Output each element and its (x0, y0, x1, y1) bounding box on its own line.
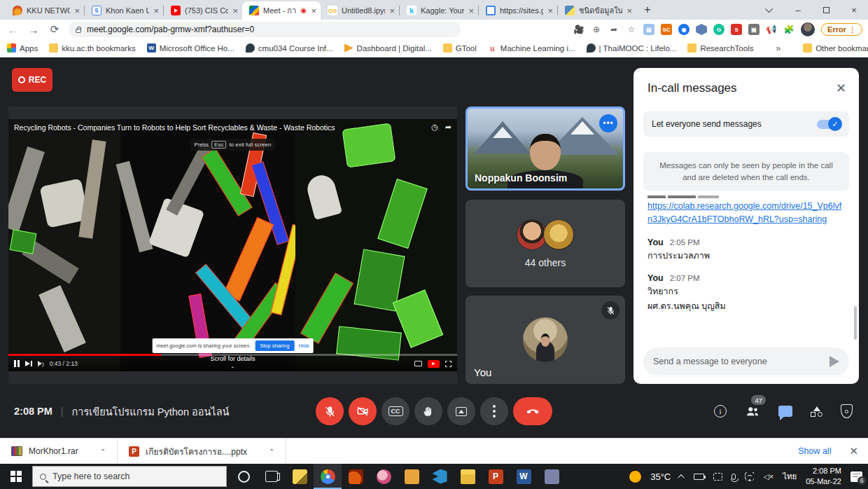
tab-close-icon[interactable]: × (311, 6, 316, 15)
tablet-mode-icon[interactable] (713, 473, 722, 481)
browser-menu-icon[interactable]: ⋮ (849, 26, 856, 34)
miniplayer-icon[interactable] (414, 361, 422, 366)
bookmark-researchtools[interactable]: ResearchTools (687, 43, 753, 53)
zoom-icon[interactable]: ⊕ (591, 24, 602, 35)
send-icon[interactable] (830, 356, 839, 367)
teams-taskbar-icon[interactable] (538, 464, 566, 489)
tab-sites[interactable]: https://sites.goo × (479, 1, 557, 20)
hide-notification-button[interactable]: Hide (298, 343, 309, 349)
tile-options-icon[interactable]: ••• (599, 114, 617, 132)
bookmark-star-icon[interactable]: ☆ (626, 24, 637, 35)
host-controls-icon[interactable] (841, 404, 853, 418)
reload-icon[interactable]: ⟳ (48, 23, 62, 36)
end-call-button[interactable] (513, 397, 552, 425)
file-explorer-icon[interactable] (454, 464, 482, 489)
watch-later-icon[interactable]: ◷ (431, 123, 438, 132)
bookmark-apps[interactable]: Apps (7, 43, 38, 53)
powerpoint-taskbar-icon[interactable]: P (482, 464, 510, 489)
pause-icon[interactable] (14, 360, 20, 367)
download-item-pptx[interactable]: P เกียรติบัตรโครงการอ....pptx ⌃ (118, 439, 286, 464)
colab-link[interactable]: https://colab.research.google.com/drive/… (648, 200, 844, 226)
profile-avatar[interactable] (801, 22, 815, 36)
download-menu-icon[interactable]: ⌃ (100, 448, 106, 455)
taskbar-search[interactable]: Type here to search (32, 466, 227, 487)
weather-sun-icon[interactable] (629, 471, 641, 483)
show-all-downloads-link[interactable]: Show all (798, 446, 831, 456)
participants-icon[interactable]: 47 (745, 405, 760, 418)
sc-extension-icon[interactable]: SC (661, 24, 672, 35)
tab-close-icon[interactable]: × (626, 6, 632, 15)
start-button[interactable] (0, 464, 32, 489)
shield-extension-icon[interactable] (696, 24, 707, 35)
captions-button[interactable]: CC (382, 397, 410, 425)
download-menu-icon[interactable]: ⌃ (269, 448, 274, 455)
cortana-button[interactable] (230, 464, 258, 489)
new-tab-button[interactable]: + (639, 1, 656, 18)
forward-icon[interactable]: → (27, 24, 41, 36)
bookmark-thaimooc[interactable]: | ThaiMOOC : Lifelo... (587, 43, 677, 53)
grey-extension-icon[interactable]: ▣ (748, 24, 760, 35)
camera-toggle-button[interactable] (349, 397, 377, 425)
wifi-icon[interactable] (745, 472, 754, 481)
tab-search-chevron-icon[interactable] (756, 0, 784, 20)
bookmark-extension-icon[interactable]: ◉ (678, 24, 690, 35)
yellow-app-icon[interactable] (398, 464, 426, 489)
close-chat-icon[interactable]: ✕ (836, 81, 846, 96)
participant-tile-speaker[interactable]: ••• Noppakun Boonsim (465, 106, 625, 191)
matlab-taskbar-icon[interactable] (342, 464, 370, 489)
bookmark-office[interactable]: WMicrosoft Office Ho... (147, 43, 234, 53)
tab-khon-kaen[interactable]: 5 Khon Kaen Univer × (85, 1, 163, 20)
meeting-details-icon[interactable]: i (714, 405, 727, 418)
tab-close-icon[interactable]: × (232, 6, 238, 15)
bookmark-gtool[interactable]: GTool (443, 43, 477, 53)
mic-toggle-button[interactable] (316, 397, 344, 425)
fullscreen-icon[interactable] (445, 361, 451, 367)
chat-scrollbar[interactable] (854, 306, 857, 340)
share-icon[interactable]: ➦ (608, 24, 620, 35)
maximize-button[interactable] (812, 0, 840, 20)
tab-meet-active[interactable]: Meet - การเ × (242, 1, 321, 20)
bookmark-dashboard[interactable]: Dashboard | Digital... (344, 43, 432, 53)
stop-sharing-button[interactable]: Stop sharing (255, 340, 294, 351)
tab-close-icon[interactable]: × (74, 6, 80, 15)
allow-messages-toggle[interactable]: ✓ (817, 120, 841, 129)
youtube-player[interactable]: Recycling Robots - Companies Turn to Rob… (8, 119, 457, 371)
word-taskbar-icon[interactable]: W (510, 464, 538, 489)
tab-close-icon[interactable]: × (547, 6, 553, 15)
address-bar[interactable]: meet.google.com/pab-grmw-xmf?authuser=0 (69, 22, 461, 37)
tab-kku-network[interactable]: KKU NETWORK | S × (6, 1, 84, 20)
chat-input[interactable] (653, 357, 830, 366)
close-window-button[interactable]: × (840, 0, 868, 20)
tray-mic-icon[interactable] (732, 474, 736, 480)
bookmark-cmu034[interactable]: cmu034 Course Inf... (246, 43, 333, 53)
temperature[interactable]: 35°C (650, 471, 671, 482)
docs-extension-icon[interactable]: ▤ (643, 24, 654, 35)
language-indicator[interactable]: ไทย (783, 470, 797, 483)
pink-app-icon[interactable] (370, 464, 398, 489)
close-downloads-icon[interactable]: ✕ (849, 445, 858, 457)
tab-close-icon[interactable]: × (468, 6, 474, 15)
share-arrow-icon[interactable]: ➦ (445, 123, 451, 132)
bookmarks-overflow-icon[interactable]: » (776, 43, 780, 53)
action-center-icon[interactable]: 6 (850, 471, 862, 482)
puzzle-extensions-icon[interactable]: 🧩 (783, 24, 794, 35)
tab-colab[interactable]: CO Untitled8.ipynb × (321, 1, 399, 20)
error-button[interactable]: Error ⋮ (821, 23, 862, 36)
bookmark-udemy[interactable]: uMachine Learning i... (488, 43, 575, 53)
shared-screen-tile[interactable]: Recycling Robots - Companies Turn to Rob… (8, 106, 457, 384)
camera-sharing-icon[interactable]: 🎥 (573, 24, 584, 35)
download-item-rar[interactable]: MorKhor1.rar ⌃ (0, 439, 118, 464)
present-button[interactable] (447, 397, 475, 425)
battery-icon[interactable] (694, 474, 704, 480)
grammarly-extension-icon[interactable]: G (713, 24, 724, 35)
bookmark-kku-folder[interactable]: kku.ac.th bookmarks (49, 43, 135, 53)
volume-icon[interactable]: ) (38, 361, 44, 367)
raise-hand-button[interactable] (414, 397, 442, 425)
vscode-taskbar-icon[interactable] (426, 464, 454, 489)
chrome-taskbar-icon[interactable] (314, 464, 342, 489)
more-options-button[interactable] (480, 397, 508, 425)
activities-icon[interactable] (811, 406, 822, 417)
back-icon[interactable]: ← (6, 24, 20, 36)
tab-close-icon[interactable]: × (153, 6, 159, 15)
next-video-icon[interactable] (25, 361, 32, 366)
